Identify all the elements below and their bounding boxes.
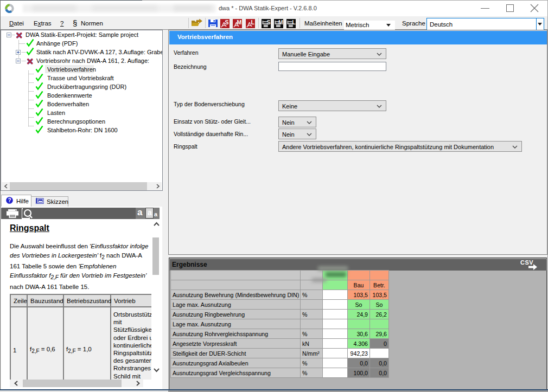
svg-text:?: ? (8, 197, 11, 203)
svg-text:S: S (225, 19, 229, 25)
svg-text:S: S (266, 19, 270, 25)
svg-text:L: L (251, 19, 255, 25)
svg-text:L: L (292, 19, 296, 25)
svg-text:M: M (278, 19, 283, 25)
svg-text:M: M (237, 19, 241, 25)
